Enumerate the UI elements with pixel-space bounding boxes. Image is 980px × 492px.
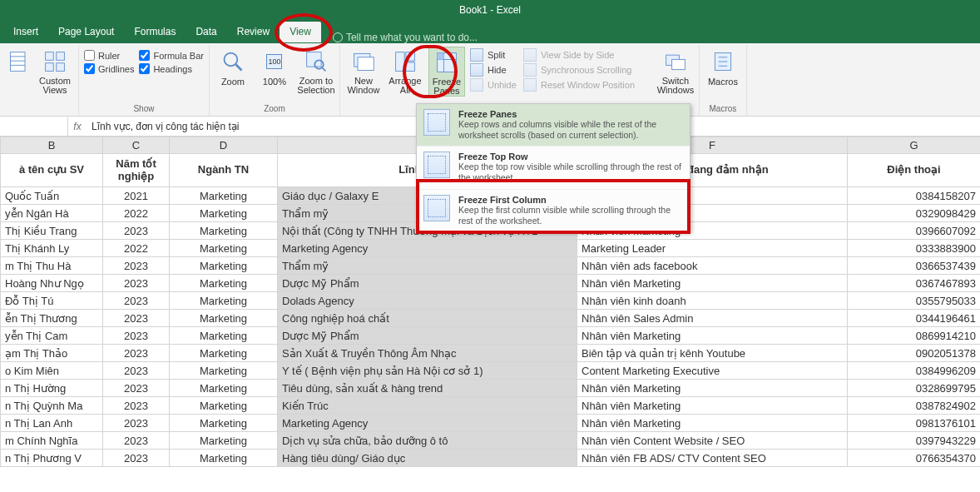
- tab-review[interactable]: Review: [227, 22, 280, 43]
- cell[interactable]: Nhân viên Marketing: [577, 275, 848, 292]
- cell[interactable]: Marketing: [170, 292, 278, 310]
- cell[interactable]: 0329098429: [848, 205, 981, 222]
- cell[interactable]: 2023: [103, 222, 170, 240]
- cell[interactable]: Dược Mỹ Phẩm: [278, 327, 577, 345]
- cell[interactable]: 2023: [103, 345, 170, 362]
- cell[interactable]: 0355795033: [848, 292, 981, 310]
- cell[interactable]: 0384996209: [848, 362, 981, 380]
- cell[interactable]: Dịch vụ sửa chữa, bảo dưỡng ô tô: [278, 432, 577, 450]
- hide-button[interactable]: Hide: [470, 63, 518, 77]
- formula-value[interactable]: Lĩnh vực, đơn vị công tác hiện tại: [87, 121, 239, 132]
- cell[interactable]: Đỗ Thị Tú: [1, 292, 103, 310]
- formula-bar-checkbox[interactable]: Formula Bar: [139, 50, 204, 61]
- cell[interactable]: 2023: [103, 275, 170, 292]
- cell[interactable]: yễn Ngân Hà: [1, 205, 103, 222]
- cell[interactable]: 2023: [103, 432, 170, 450]
- custom-views-button[interactable]: Custom Views: [37, 47, 73, 95]
- cell[interactable]: 2023: [103, 327, 170, 345]
- cell[interactable]: Marketing: [170, 310, 278, 327]
- tellme-search[interactable]: Tell me what you want to do...: [333, 32, 478, 43]
- reset-position-button[interactable]: Reset Window Position: [523, 78, 652, 92]
- cell[interactable]: Marketing Leader: [577, 240, 848, 257]
- cell[interactable]: Sản Xuất & Truyền Thông Âm Nhạc: [278, 345, 577, 362]
- cell[interactable]: 0869914210: [848, 327, 981, 345]
- header-cell-D[interactable]: Ngành TN: [170, 154, 278, 187]
- cell[interactable]: 2021: [103, 187, 170, 205]
- new-window-button[interactable]: New Window: [345, 47, 382, 95]
- cell[interactable]: 2023: [103, 415, 170, 432]
- cell[interactable]: 0367467893: [848, 275, 981, 292]
- freeze-panes-option[interactable]: Freeze Panes Keep rows and columns visib…: [417, 104, 690, 147]
- cell[interactable]: Marketing: [170, 345, 278, 362]
- cell[interactable]: n Thị Hường: [1, 380, 103, 397]
- cell[interactable]: Content Marketing Executive: [577, 362, 848, 380]
- cell[interactable]: Dolads Agency: [278, 292, 577, 310]
- cell[interactable]: 0366537439: [848, 257, 981, 275]
- macros-button[interactable]: Macros: [705, 47, 741, 87]
- cell[interactable]: Marketing Agency: [278, 415, 577, 432]
- cell[interactable]: 2022: [103, 240, 170, 257]
- tab-data[interactable]: Data: [186, 22, 226, 43]
- cell[interactable]: 0333883900: [848, 240, 981, 257]
- cell[interactable]: Nhân viên Content Website / SEO: [577, 432, 848, 450]
- cell[interactable]: Quốc Tuấn: [1, 187, 103, 205]
- cell[interactable]: Marketing: [170, 450, 278, 467]
- cell[interactable]: Marketing: [170, 415, 278, 432]
- cell[interactable]: Dược Mỹ Phẩm: [278, 275, 577, 292]
- header-cell-C[interactable]: Năm tốt nghiệp: [103, 154, 170, 187]
- name-box[interactable]: [0, 117, 68, 136]
- tab-page-layout[interactable]: Page Layout: [48, 22, 124, 43]
- headings-checkbox[interactable]: Headings: [139, 63, 204, 74]
- workbook-views-button[interactable]: [7, 47, 32, 75]
- zoom-button[interactable]: Zoom: [215, 47, 251, 87]
- split-button[interactable]: Split: [470, 48, 518, 62]
- header-cell-B[interactable]: à tên cựu SV: [1, 154, 103, 187]
- cell[interactable]: 2023: [103, 292, 170, 310]
- cell[interactable]: Nhân viên Marketing: [577, 380, 848, 397]
- tab-view[interactable]: View: [280, 22, 321, 43]
- cell[interactable]: 0396607092: [848, 222, 981, 240]
- cell[interactable]: ễn Thị Thương: [1, 310, 103, 327]
- cell[interactable]: Marketing: [170, 205, 278, 222]
- cell[interactable]: m Thị Thu Hà: [1, 257, 103, 275]
- cell[interactable]: Thẩm mỹ: [278, 257, 577, 275]
- cell[interactable]: n Thị Lan Anh: [1, 415, 103, 432]
- cell[interactable]: Hàng tiêu dùng/ Giáo dục: [278, 450, 577, 467]
- cell[interactable]: 2023: [103, 397, 170, 415]
- header-cell-G[interactable]: Điện thoại: [848, 154, 981, 187]
- unhide-button[interactable]: Unhide: [470, 78, 518, 92]
- freeze-first-column-option[interactable]: Freeze First Column Keep the first colum…: [417, 190, 690, 231]
- cell[interactable]: Marketing: [170, 222, 278, 240]
- col-header-C[interactable]: C: [103, 137, 170, 154]
- cell[interactable]: 0387824902: [848, 397, 981, 415]
- cell[interactable]: Nhân viên Marketing: [577, 415, 848, 432]
- cell[interactable]: Marketing: [170, 187, 278, 205]
- cell[interactable]: 0766354370: [848, 450, 981, 467]
- cell[interactable]: Marketing Agency: [278, 240, 577, 257]
- cell[interactable]: o Kim Miên: [1, 362, 103, 380]
- cell[interactable]: Marketing: [170, 240, 278, 257]
- sync-scrolling-button[interactable]: Synchronous Scrolling: [523, 63, 652, 77]
- cell[interactable]: Nhân viên kinh doanh: [577, 292, 848, 310]
- freeze-top-row-option[interactable]: Freeze Top Row Keep the top row visible …: [417, 147, 690, 189]
- zoom-100-button[interactable]: 100 100%: [256, 47, 293, 87]
- cell[interactable]: n Thị Phương V: [1, 450, 103, 467]
- cell[interactable]: 2023: [103, 362, 170, 380]
- cell[interactable]: Hoàng Như Ngọ: [1, 275, 103, 292]
- cell[interactable]: 0397943229: [848, 432, 981, 450]
- cell[interactable]: Marketing: [170, 362, 278, 380]
- cell[interactable]: m Chính Nghĩa: [1, 432, 103, 450]
- cell[interactable]: Marketing: [170, 257, 278, 275]
- cell[interactable]: Nhân viên ads facebook: [577, 257, 848, 275]
- cell[interactable]: 0902051378: [848, 345, 981, 362]
- cell[interactable]: Nhân viên Marketing: [577, 327, 848, 345]
- zoom-selection-button[interactable]: Zoom to Selection: [298, 47, 334, 95]
- gridlines-checkbox[interactable]: Gridlines: [84, 63, 134, 74]
- freeze-panes-button[interactable]: Freeze Panes: [428, 47, 465, 97]
- arrange-all-button[interactable]: Arrange All: [387, 47, 423, 95]
- cell[interactable]: Nhân viên Sales Admin: [577, 310, 848, 327]
- col-header-B[interactable]: B: [1, 137, 103, 154]
- cell[interactable]: 2022: [103, 205, 170, 222]
- cell[interactable]: 2023: [103, 310, 170, 327]
- cell[interactable]: yễn Thị Cam: [1, 327, 103, 345]
